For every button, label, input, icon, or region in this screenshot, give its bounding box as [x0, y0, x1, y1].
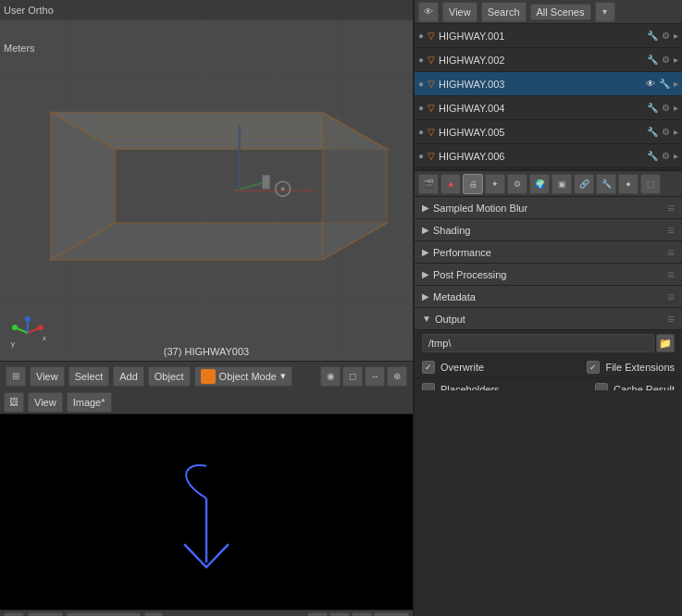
viewport-footer: ⊞ View Select Add Object Object Mode ▾ ◉…: [0, 361, 413, 390]
image-canvas: [0, 414, 413, 610]
viewport-perspective-icon[interactable]: ⊞: [6, 366, 26, 387]
output-icon[interactable]: 🖨: [463, 174, 483, 194]
scene-eye-icon: 👁: [646, 79, 655, 89]
svg-point-34: [25, 316, 31, 322]
section-label-metadata: Metadata: [433, 291, 663, 302]
mode-icon: [201, 369, 216, 384]
placeholders-label: Placeholders: [440, 384, 589, 391]
scene-item-highway002[interactable]: ● ▽ HIGHWAY.002 🔧 ⚙ ▸: [415, 48, 682, 72]
render-icon[interactable]: 🎬: [418, 174, 439, 194]
add-menu[interactable]: Add: [113, 366, 144, 387]
img-footer-view[interactable]: View: [28, 612, 63, 616]
texture-icon[interactable]: ⬚: [640, 174, 661, 194]
section-post-processing[interactable]: ▶ Post Processing ≡: [415, 264, 682, 286]
output-path-input[interactable]: [422, 334, 654, 352]
scene-search-menu[interactable]: Search: [481, 2, 527, 22]
img-footer-icon2[interactable]: ▶: [329, 612, 350, 616]
scene-item-highway003[interactable]: ● ▽ HIGHWAY.003 👁 🔧 ▸: [415, 72, 682, 96]
scene-icon[interactable]: 🔺: [440, 174, 461, 194]
constraints-icon[interactable]: 🔗: [574, 174, 594, 194]
scene-gear-icon: ⚙: [662, 151, 670, 161]
scene-cursor-icon: ▸: [674, 127, 678, 137]
section-label-motion-blur: Sampled Motion Blur: [433, 203, 663, 214]
scene-cursor-icon: ▸: [674, 151, 678, 161]
image-editor-icon[interactable]: 🖼: [4, 392, 24, 413]
image-view-menu[interactable]: View: [28, 392, 63, 413]
manipulator-icon[interactable]: ↔: [365, 366, 385, 387]
scene-view-icon[interactable]: 👁: [418, 2, 439, 22]
img-footer-view2[interactable]: View: [374, 612, 409, 616]
svg-rect-28: [263, 175, 270, 189]
section-sampled-motion-blur[interactable]: ▶ Sampled Motion Blur ≡: [415, 197, 682, 219]
overwrite-label: Overwrite: [440, 362, 581, 373]
section-label-post-processing: Post Processing: [433, 269, 663, 280]
svg-point-32: [38, 325, 43, 330]
properties-panel: 👁 View Search All Scenes ▾ ● ▽ HIGHWAY.0…: [415, 0, 682, 390]
scene-cursor-icon: ▸: [674, 55, 678, 65]
scene-name: HIGHWAY.004: [439, 103, 643, 114]
section-menu-motion-blur: ≡: [667, 201, 675, 216]
img-name-selector[interactable]: Final_Render: [67, 612, 141, 616]
scene-type-icon: ▽: [428, 127, 435, 137]
material-icon[interactable]: ●: [618, 174, 639, 194]
viewport-extra[interactable]: ⊕: [387, 366, 407, 387]
section-menu-shading: ≡: [667, 223, 675, 238]
viewport-shading-solid[interactable]: ◉: [320, 366, 341, 387]
cache-result-checkbox[interactable]: [595, 383, 608, 391]
image-editor: 🖼 View Image* ⊞ View Final: [0, 390, 415, 616]
image-content: [0, 414, 413, 610]
object-menu[interactable]: Object: [148, 366, 191, 387]
scene-wrench-icon: 🔧: [647, 31, 658, 41]
all-scenes-selector[interactable]: All Scenes: [530, 4, 591, 20]
scene-wrench-icon: 🔧: [647, 103, 658, 113]
overwrite-row: Overwrite File Extensions: [415, 356, 682, 378]
viewport-shading-wire[interactable]: ◻: [342, 366, 363, 387]
svg-marker-13: [322, 113, 387, 260]
overwrite-checkbox[interactable]: [422, 361, 435, 374]
scene-visibility-dot: ●: [418, 127, 424, 137]
section-arrow-motion-blur: ▶: [422, 203, 429, 213]
scene-visibility-dot: ●: [418, 103, 424, 113]
object-props-icon[interactable]: ▣: [552, 174, 572, 194]
mode-selector[interactable]: Object Mode ▾: [194, 366, 292, 387]
physics-icon[interactable]: ⚙: [507, 174, 527, 194]
section-shading[interactable]: ▶ Shading ≡: [415, 219, 682, 241]
scene-item-highway005[interactable]: ● ▽ HIGHWAY.005 🔧 ⚙ ▸: [415, 120, 682, 144]
section-performance[interactable]: ▶ Performance ≡: [415, 241, 682, 264]
grid-lines: [0, 20, 413, 351]
scene-cursor-icon: ▸: [674, 103, 678, 113]
mode-dropdown-icon: ▾: [280, 370, 286, 382]
section-output[interactable]: ▼ Output ≡: [415, 308, 682, 330]
modifier-icon[interactable]: 🔧: [596, 174, 616, 194]
scene-name: HIGHWAY.001: [439, 31, 643, 42]
section-label-shading: Shading: [433, 225, 663, 236]
folder-browse-button[interactable]: 📁: [656, 334, 675, 352]
scene-gear-icon: ⚙: [662, 127, 670, 137]
img-footer-icon1[interactable]: ◀: [307, 612, 328, 616]
img-footer-icon[interactable]: ⊞: [4, 612, 24, 616]
scene-cursor-icon: ▸: [674, 79, 678, 89]
scene-item-highway004[interactable]: ● ▽ HIGHWAY.004 🔧 ⚙ ▸: [415, 96, 682, 120]
scene-item-highway006[interactable]: ● ▽ HIGHWAY.006 🔧 ⚙ ▸: [415, 144, 682, 168]
scene-view-menu[interactable]: View: [442, 2, 477, 22]
image-image-menu[interactable]: Image*: [67, 392, 112, 413]
file-extensions-checkbox[interactable]: [587, 361, 600, 374]
particles-icon[interactable]: ✦: [485, 174, 505, 194]
placeholders-checkbox[interactable]: [422, 383, 435, 391]
viewport-3d[interactable]: User Ortho Meters: [0, 0, 415, 390]
scene-filter-icon[interactable]: ▾: [595, 2, 615, 22]
img-format-label[interactable]: F: [144, 612, 164, 616]
section-arrow-performance: ▶: [422, 247, 429, 257]
axes-indicator: y x: [9, 314, 46, 351]
scene-item-highway001[interactable]: ● ▽ HIGHWAY.001 🔧 ⚙ ▸: [415, 24, 682, 48]
bottom-properties: [415, 390, 682, 616]
scene-visibility-dot: ●: [418, 31, 424, 41]
img-footer-icon3[interactable]: ⊕: [352, 612, 372, 616]
select-menu[interactable]: Select: [68, 366, 110, 387]
placeholders-row: Placeholders Cache Result: [415, 378, 682, 390]
mode-label: Object Mode: [219, 371, 277, 382]
section-metadata[interactable]: ▶ Metadata ≡: [415, 286, 682, 308]
view-menu[interactable]: View: [30, 366, 65, 387]
scene-gear-icon: ⚙: [662, 103, 670, 113]
world-icon[interactable]: 🌍: [529, 174, 550, 194]
